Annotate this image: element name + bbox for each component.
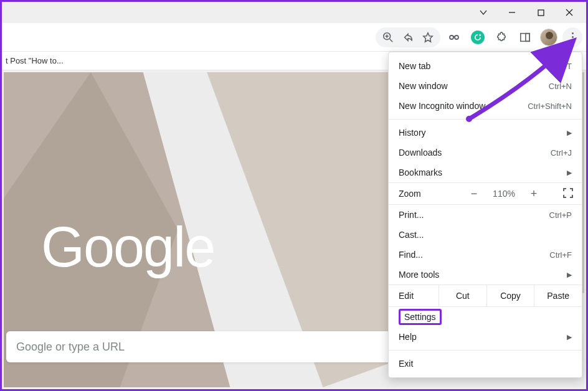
bookmark-star-icon[interactable] <box>418 27 438 47</box>
edit-cut-button[interactable]: Cut <box>439 285 486 306</box>
extension-trace-icon[interactable] <box>444 27 464 47</box>
edit-paste-button[interactable]: Paste <box>534 285 582 306</box>
menu-edit-row: Edit Cut Copy Paste <box>389 285 582 307</box>
menu-exit[interactable]: Exit <box>389 354 582 374</box>
menu-label: Find... <box>399 250 423 260</box>
menu-cast[interactable]: Cast... <box>389 225 582 245</box>
menu-print[interactable]: Print... Ctrl+P <box>389 205 582 225</box>
close-button[interactable] <box>555 2 584 23</box>
menu-label: History <box>399 128 426 138</box>
settings-highlight: Settings <box>399 309 442 325</box>
profile-avatar[interactable] <box>539 27 559 47</box>
svg-rect-11 <box>521 33 529 41</box>
menu-new-incognito[interactable]: New Incognito window Ctrl+Shift+N <box>389 96 582 116</box>
menu-label: Help <box>399 332 417 342</box>
menu-label: Zoom <box>389 189 445 199</box>
menu-downloads[interactable]: Downloads Ctrl+J <box>389 143 582 163</box>
menu-shortcut: Ctrl+P <box>549 210 572 220</box>
zoom-level: 110% <box>493 189 515 199</box>
menu-help[interactable]: Help ▶ <box>389 327 582 347</box>
menu-more-tools[interactable]: More tools ▶ <box>389 265 582 285</box>
menu-new-tab[interactable]: New tab Ctrl+T <box>389 56 582 76</box>
google-logo: Google <box>41 215 214 280</box>
menu-shortcut: Ctrl+Shift+N <box>528 101 572 111</box>
fullscreen-icon[interactable] <box>563 188 573 200</box>
menu-label: Edit <box>389 291 439 301</box>
menu-label: New tab <box>399 61 430 71</box>
menu-history[interactable]: History ▶ <box>389 123 582 143</box>
menu-separator <box>389 350 582 351</box>
menu-shortcut: Ctrl+T <box>549 62 572 71</box>
side-panel-icon[interactable] <box>515 27 535 47</box>
menu-label: Cast... <box>399 230 424 240</box>
extensions-puzzle-icon[interactable] <box>491 27 511 47</box>
menu-settings[interactable]: Settings <box>389 307 582 327</box>
menu-separator <box>389 119 582 120</box>
share-icon[interactable] <box>398 27 418 47</box>
menu-label: Bookmarks <box>399 167 442 177</box>
svg-marker-8 <box>424 32 432 41</box>
window-titlebar <box>2 2 586 23</box>
grammarly-extension-icon[interactable] <box>468 27 488 47</box>
minimize-button[interactable] <box>498 2 526 23</box>
zoom-icon[interactable] <box>378 27 398 47</box>
omnibox-placeholder: Google or type a URL <box>16 341 125 354</box>
svg-rect-1 <box>538 10 544 16</box>
tab-dropdown-chevron[interactable] <box>472 2 495 23</box>
menu-zoom-row: Zoom − 110% + <box>389 182 582 205</box>
menu-find[interactable]: Find... Ctrl+F <box>389 245 582 265</box>
menu-new-window[interactable]: New window Ctrl+N <box>389 76 582 96</box>
bookmark-item[interactable]: t Post "How to... <box>6 56 64 65</box>
svg-point-10 <box>455 35 458 39</box>
chevron-right-icon: ▶ <box>567 129 572 137</box>
maximize-button[interactable] <box>526 2 555 23</box>
chrome-main-menu: New tab Ctrl+T New window Ctrl+N New Inc… <box>388 52 582 378</box>
menu-shortcut: Ctrl+F <box>549 250 572 260</box>
zoom-in-button[interactable]: + <box>528 187 540 200</box>
chevron-right-icon: ▶ <box>567 271 572 279</box>
svg-line-5 <box>390 39 393 41</box>
menu-label: Exit <box>399 359 413 369</box>
menu-label: Settings <box>404 312 436 322</box>
menu-label: Downloads <box>399 148 442 158</box>
menu-label: Print... <box>399 210 424 220</box>
menu-shortcut: Ctrl+N <box>549 82 572 91</box>
edit-copy-button[interactable]: Copy <box>486 285 534 306</box>
menu-label: More tools <box>399 270 439 280</box>
menu-kebab-icon[interactable] <box>562 27 582 47</box>
chevron-right-icon: ▶ <box>567 333 572 341</box>
menu-bookmarks[interactable]: Bookmarks ▶ <box>389 163 582 182</box>
svg-rect-12 <box>526 33 529 41</box>
menu-label: New Incognito window <box>399 101 485 111</box>
menu-shortcut: Ctrl+J <box>551 148 572 158</box>
svg-point-9 <box>450 35 453 39</box>
menu-label: New window <box>399 81 448 91</box>
address-actions-pill <box>376 27 440 47</box>
chevron-right-icon: ▶ <box>567 169 572 177</box>
browser-toolbar <box>2 23 586 52</box>
zoom-out-button[interactable]: − <box>468 187 480 200</box>
